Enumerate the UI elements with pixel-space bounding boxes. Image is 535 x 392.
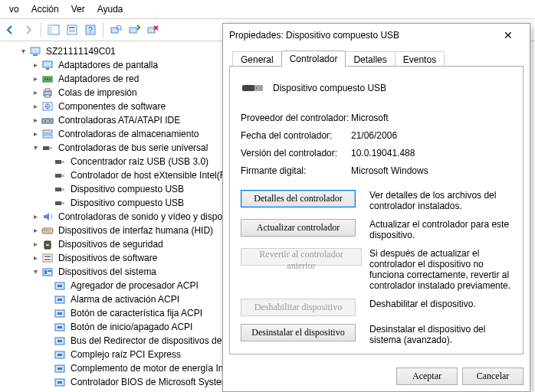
property-row: Proveedor del controlador:Microsoft [241, 113, 512, 123]
driver-action-button[interactable]: Detalles del controlador [241, 190, 356, 207]
tab-general[interactable]: General [232, 51, 282, 67]
driver-action-button: Deshabilitar dispositivo [241, 299, 356, 316]
svg-rect-4 [69, 30, 75, 31]
svg-rect-15 [31, 47, 40, 54]
close-icon[interactable]: ✕ [493, 24, 524, 47]
tree-twisty-icon[interactable]: ▾ [17, 45, 29, 57]
tab-eventos[interactable]: Eventos [395, 51, 445, 67]
tree-twisty-icon[interactable]: ▸ [29, 211, 41, 223]
property-value: Microsoft [351, 113, 512, 123]
tab-controlador[interactable]: Controlador [281, 51, 346, 67]
property-label: Firmante digital: [241, 165, 351, 176]
tree-twisty-icon[interactable]: ▾ [29, 142, 41, 154]
tree-twisty-icon [41, 307, 54, 319]
computer-icon [29, 45, 41, 57]
tree-twisty-icon [41, 348, 54, 361]
tree-node-label: Complejo raíz PCI Express [69, 348, 182, 361]
action-description: Actualizar el controlador para este disp… [362, 219, 512, 240]
tree-node-label: Botón de característica fija ACPI [69, 306, 204, 320]
properties-icon[interactable] [64, 21, 80, 38]
tree-twisty-icon[interactable]: ▸ [29, 73, 41, 85]
security-icon [41, 238, 54, 250]
property-label: Versión del controlador: [241, 148, 351, 158]
system-icon [41, 266, 54, 278]
tab-detalles[interactable]: Detalles [345, 51, 395, 67]
cancel-button[interactable]: Cancelar [462, 368, 524, 385]
sys-icon [54, 335, 66, 347]
tree-twisty-icon[interactable]: ▾ [29, 266, 41, 278]
menu-item[interactable]: Acción [25, 2, 65, 16]
tree-node-label: Dispositivos de seguridad [57, 237, 165, 251]
monitor-icon [41, 59, 54, 71]
tree-node-label: Agregador de procesador ACPI [69, 279, 200, 292]
tree-node-label: Dispositivos del sistema [57, 265, 158, 279]
forward-icon[interactable] [20, 21, 37, 38]
tree-node-label: Componentes de software [57, 100, 167, 113]
tree-node-label: Dispositivos de software [57, 251, 159, 265]
tree-node-label: Controladoras de bus serie universal [57, 141, 209, 155]
action-description: Deshabilitar el dispositivo. [362, 299, 512, 316]
svg-rect-18 [254, 86, 262, 90]
tree-twisty-icon[interactable]: ▸ [29, 252, 41, 264]
action-row: Deshabilitar dispositivoDeshabilitar el … [241, 299, 512, 316]
property-label: Proveedor del controlador: [241, 113, 351, 123]
tree-twisty-icon[interactable]: ▸ [29, 87, 41, 99]
tree-twisty-icon [41, 197, 54, 209]
property-row: Firmante digital:Microsoft Windows [241, 165, 512, 176]
tree-twisty-icon[interactable]: ▸ [29, 238, 41, 250]
tree-node-label: Dispositivo compuesto USB [69, 196, 185, 210]
tab-strip: General Controlador Detalles Eventos [229, 50, 524, 67]
printer-icon [41, 87, 54, 99]
usb-icon [54, 169, 66, 181]
action-description: Ver detalles de los archivos del control… [362, 190, 512, 211]
tab-page-controlador: Dispositivo compuesto USB Proveedor del … [229, 66, 524, 354]
svg-rect-3 [69, 27, 75, 28]
tree-twisty-icon [41, 183, 54, 195]
menu-item[interactable]: Ayuda [91, 2, 130, 16]
tree-node-label: Controladoras ATA/ATAPI IDE [57, 113, 182, 127]
tree-twisty-icon[interactable]: ▸ [29, 114, 41, 126]
sw2-icon [41, 252, 54, 264]
tree-twisty-icon[interactable]: ▸ [29, 224, 41, 237]
show-hide-tree-icon[interactable] [45, 21, 62, 38]
driver-action-button[interactable]: Desinstalar el dispositivo [241, 324, 356, 341]
driver-action-button[interactable]: Actualizar controlador [241, 219, 356, 237]
uninstall-device-icon[interactable] [144, 21, 161, 38]
tree-twisty-icon [41, 293, 54, 305]
usb-icon [54, 197, 66, 209]
tree-node-label: Concentrador raíz USB (USB 3.0) [69, 155, 210, 168]
sys-icon [54, 279, 66, 292]
back-icon[interactable] [2, 21, 18, 38]
action-row: Actualizar controladorActualizar el cont… [241, 219, 512, 240]
dialog-titlebar[interactable]: Propiedades: Dispositivo compuesto USB ✕ [223, 24, 530, 47]
tree-node-label: Adaptadores de red [57, 72, 140, 86]
tree-node-label: Complemento de motor de energía Intel(R) [69, 361, 248, 375]
tree-twisty-icon [41, 335, 54, 347]
update-driver-icon[interactable] [126, 21, 143, 38]
hid-icon [41, 224, 54, 237]
svg-rect-11 [130, 28, 136, 33]
tree-node-label: Controladoras de sonido y vídeo y dispos… [57, 210, 249, 224]
svg-rect-12 [148, 28, 155, 33]
scan-hardware-icon[interactable] [107, 21, 124, 38]
dialog-buttons: Aceptar Cancelar [396, 363, 524, 385]
tree-twisty-icon[interactable]: ▸ [29, 59, 41, 71]
ide-icon [41, 114, 54, 126]
sys-icon [54, 376, 66, 388]
tree-twisty-icon[interactable]: ▸ [29, 100, 41, 113]
sound-icon [41, 211, 54, 223]
tree-node-label: Colas de impresión [57, 86, 139, 100]
menu-item[interactable]: vo [3, 2, 25, 16]
property-value: 21/06/2006 [351, 130, 512, 141]
sys-icon [54, 293, 66, 305]
menu-item[interactable]: Ver [65, 2, 91, 16]
help-icon[interactable]: ? [82, 21, 99, 38]
tree-node-label: Controladoras de almacenamiento [57, 127, 200, 141]
tree-node-label: Adaptadores de pantalla [57, 58, 159, 72]
property-row: Versión del controlador:10.0.19041.488 [241, 148, 512, 158]
tree-twisty-icon[interactable]: ▸ [29, 128, 41, 140]
action-row: Revertir al controlador anteriorSi despu… [241, 248, 512, 291]
svg-rect-20 [259, 87, 261, 89]
tree-twisty-icon [41, 362, 54, 374]
ok-button[interactable]: Aceptar [396, 368, 458, 385]
